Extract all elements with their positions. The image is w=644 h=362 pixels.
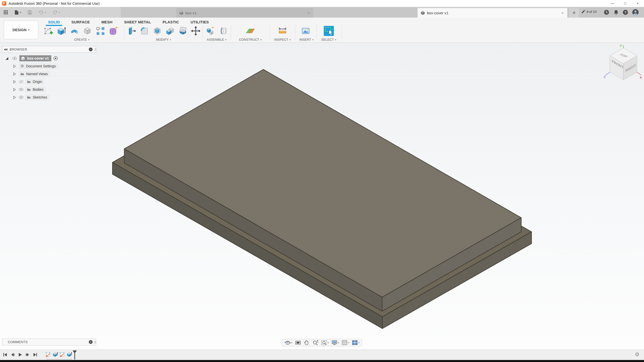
- comments-panel: COMMENTS +: [2, 339, 96, 345]
- step-forward-icon[interactable]: [25, 353, 30, 357]
- collapsed-triangle-icon[interactable]: [13, 72, 16, 76]
- comments-header[interactable]: COMMENTS +: [2, 339, 96, 345]
- view-cube[interactable]: TOP FRONT RIGHT Y Z X: [603, 44, 643, 86]
- timeline-bar: ⚙: [0, 349, 644, 360]
- timeline-position-marker[interactable]: [72, 350, 77, 360]
- go-to-start-icon[interactable]: [3, 353, 7, 357]
- panel-grip[interactable]: [95, 48, 96, 51]
- browser-item-chip[interactable]: Named Views: [19, 71, 50, 77]
- browser-item-label: Origin: [33, 80, 42, 84]
- zoom-button[interactable]: [312, 340, 318, 346]
- browser-item-chip[interactable]: Bodies: [25, 86, 46, 93]
- pan-button[interactable]: [303, 340, 310, 346]
- expand-triangle-icon[interactable]: [5, 57, 9, 60]
- sketch-feature-icon[interactable]: [59, 352, 65, 357]
- visibility-eye-icon[interactable]: [12, 57, 17, 60]
- look-at-icon: [295, 340, 301, 346]
- browser-row-bodies[interactable]: Bodies: [2, 86, 96, 93]
- extrude-feature-icon[interactable]: [66, 352, 72, 357]
- collapse-panel-icon[interactable]: [4, 48, 8, 51]
- step-back-icon[interactable]: [11, 353, 15, 357]
- browser-header[interactable]: BROWSER −: [2, 46, 96, 53]
- dropdown-icon: ▾: [348, 342, 349, 344]
- panel-minus-icon[interactable]: −: [89, 48, 93, 51]
- z-axis-label: Z: [604, 75, 606, 79]
- browser-item-chip[interactable]: ⚙ Document Settings: [19, 63, 58, 69]
- viewports-button[interactable]: ▾: [352, 340, 359, 346]
- z-axis-line: [606, 72, 610, 75]
- timeline-features: [45, 352, 72, 357]
- activate-component-radio-icon[interactable]: [53, 56, 58, 61]
- timeline-playback-controls: [3, 353, 37, 357]
- timeline-settings-gear-icon[interactable]: ⚙: [635, 351, 639, 357]
- dropdown-icon: ▾: [328, 342, 329, 344]
- visibility-off-eye-icon[interactable]: [19, 80, 23, 83]
- browser-row-origin[interactable]: Origin: [2, 79, 96, 85]
- y-axis-label: Y: [620, 44, 622, 48]
- folder-icon: [27, 80, 31, 83]
- orbit-button[interactable]: ▾: [285, 340, 292, 346]
- visibility-eye-icon[interactable]: [19, 96, 23, 99]
- panel-grip[interactable]: [95, 341, 96, 344]
- bottom-strip: [0, 360, 644, 362]
- root-component-label: box-cover v1: [27, 56, 49, 60]
- orbit-icon: [285, 340, 291, 346]
- add-comment-icon[interactable]: +: [89, 340, 93, 344]
- dropdown-icon: ▾: [291, 342, 292, 344]
- x-axis-line: [637, 72, 641, 75]
- play-icon[interactable]: [18, 353, 22, 357]
- display-settings-icon: [331, 340, 338, 346]
- collapsed-triangle-icon[interactable]: [13, 64, 16, 68]
- pan-hand-icon: [303, 340, 310, 346]
- browser-title: BROWSER: [10, 48, 27, 51]
- timeline-group-bracket: [47, 358, 71, 359]
- comments-title: COMMENTS: [8, 340, 28, 344]
- browser-item-label: Bodies: [33, 87, 44, 92]
- fit-icon: [321, 340, 327, 346]
- browser-row-document-settings[interactable]: ⚙ Document Settings: [2, 63, 96, 69]
- x-axis-label: X: [640, 76, 642, 79]
- look-at-button[interactable]: [295, 340, 301, 346]
- browser-item-chip[interactable]: Sketches: [25, 94, 50, 100]
- browser-panel: BROWSER − box-cover v1 ⚙ Document Settin…: [2, 46, 96, 100]
- browser-item-label: Document Settings: [26, 64, 56, 68]
- fusion-window: F Autodesk Fusion 360 (Personal - Not fo…: [0, 0, 644, 362]
- model-viewport[interactable]: TOP FRONT RIGHT Y Z X BROWSER − box-: [0, 43, 644, 349]
- browser-item-chip[interactable]: Origin: [25, 79, 45, 85]
- fit-button[interactable]: ▾: [321, 340, 329, 346]
- go-to-end-icon[interactable]: [33, 353, 37, 357]
- display-settings-button[interactable]: ▾: [331, 340, 339, 346]
- folder-icon: [27, 96, 31, 99]
- folder-icon: [20, 72, 24, 75]
- visibility-eye-icon[interactable]: [19, 88, 23, 91]
- folder-icon: [27, 88, 31, 91]
- root-component-chip[interactable]: box-cover v1: [19, 55, 51, 61]
- gear-icon: ⚙: [20, 64, 24, 68]
- grid-and-snaps-button[interactable]: ▾: [341, 340, 349, 346]
- browser-row-named-views[interactable]: Named Views: [2, 71, 96, 77]
- collapsed-triangle-icon[interactable]: [13, 80, 16, 84]
- dropdown-icon: ▾: [338, 342, 339, 344]
- component-cube-icon: [21, 56, 25, 61]
- grid-icon: [341, 340, 348, 346]
- browser-row-root[interactable]: box-cover v1: [2, 55, 96, 61]
- box-cover-3d-model[interactable]: [0, 0, 644, 362]
- zoom-icon: [312, 340, 318, 346]
- dropdown-icon: ▾: [358, 342, 359, 344]
- sketch-feature-icon[interactable]: [45, 352, 51, 357]
- collapsed-triangle-icon[interactable]: [13, 96, 16, 99]
- browser-item-label: Sketches: [33, 95, 47, 99]
- extrude-feature-icon[interactable]: [52, 352, 58, 357]
- collapsed-triangle-icon[interactable]: [13, 88, 16, 92]
- viewports-icon: [352, 340, 358, 346]
- navigation-bar: ▾ ▾ ▾ ▾: [282, 339, 362, 346]
- browser-row-sketches[interactable]: Sketches: [2, 94, 96, 100]
- browser-item-label: Named Views: [26, 72, 48, 76]
